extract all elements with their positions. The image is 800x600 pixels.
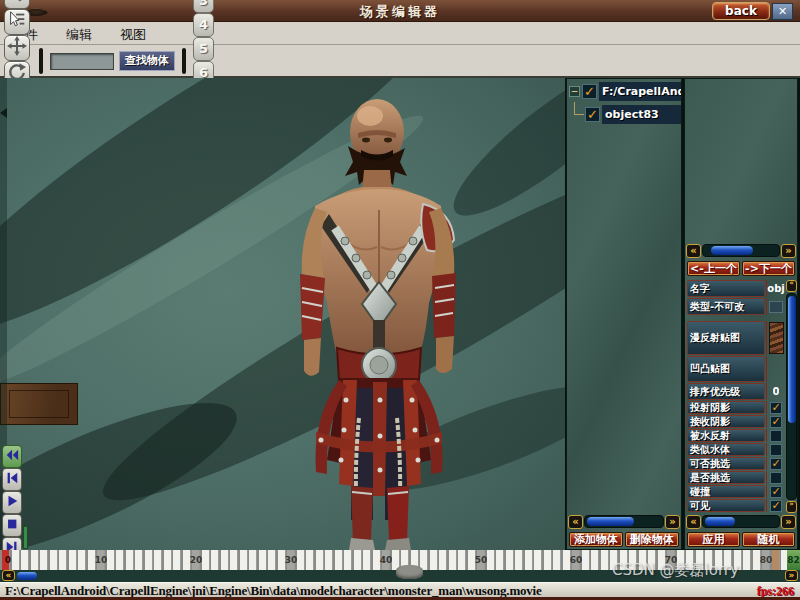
timeline-frame[interactable] (145, 550, 153, 570)
timeline-frame[interactable] (249, 550, 257, 570)
timeline-scroll-thumb[interactable] (17, 572, 37, 580)
scroll-left-icon[interactable]: « (686, 244, 701, 258)
timeline-frame[interactable] (572, 550, 580, 570)
timeline-frame[interactable] (21, 550, 29, 570)
timeline-frame[interactable] (316, 550, 324, 570)
timeline-frame[interactable] (534, 550, 542, 570)
layer-button-4[interactable]: 4 (193, 13, 214, 37)
timeline-frame[interactable] (40, 550, 48, 570)
timeline-frame[interactable] (487, 550, 495, 570)
property-text-value[interactable]: obj (767, 283, 784, 294)
property-value[interactable]: ✓ (766, 401, 785, 414)
property-value[interactable]: ✓ (766, 485, 785, 498)
timeline-frame[interactable] (677, 550, 685, 570)
scroll-right-icon[interactable]: » (781, 244, 796, 258)
timeline-frame[interactable] (610, 550, 618, 570)
timeline-frame[interactable] (325, 550, 333, 570)
timeline-frame[interactable] (582, 550, 590, 570)
timeline-frame[interactable] (335, 550, 343, 570)
inspector-vscroll-thumb[interactable] (788, 296, 796, 423)
timeline-frame[interactable] (525, 550, 533, 570)
layer-button-5[interactable]: 5 (193, 37, 214, 61)
timeline-frame[interactable] (2, 550, 10, 570)
property-value[interactable] (766, 429, 785, 442)
timeline-frame[interactable] (287, 550, 295, 570)
scroll-left-icon[interactable]: « (2, 570, 15, 581)
timeline-frame[interactable] (648, 550, 656, 570)
collapse-icon[interactable]: − (569, 86, 580, 97)
timeline-frame[interactable] (240, 550, 248, 570)
timeline-frame[interactable] (658, 550, 666, 570)
timeline-frame[interactable] (734, 550, 742, 570)
tree-item[interactable]: −✓F:/CrapellAndr (567, 81, 681, 102)
timeline-frame[interactable] (202, 550, 210, 570)
timeline-frame[interactable] (50, 550, 58, 570)
scroll-right-icon[interactable]: » (781, 515, 796, 529)
timeline-frame[interactable] (696, 550, 704, 570)
timeline-frame[interactable] (221, 550, 229, 570)
tool-cursor-lines[interactable] (4, 9, 30, 35)
scroll-left-icon[interactable]: « (686, 515, 701, 529)
timeline-frame[interactable] (373, 550, 381, 570)
inspector-hscroll-track[interactable] (702, 244, 780, 257)
timeline-frame[interactable] (164, 550, 172, 570)
timeline-frame[interactable] (439, 550, 447, 570)
property-text-value[interactable]: 0 (773, 386, 780, 397)
timeline-frame[interactable] (629, 550, 637, 570)
tool-move[interactable] (4, 35, 30, 61)
timeline-frame[interactable] (31, 550, 39, 570)
timeline-frame[interactable] (458, 550, 466, 570)
timeline-frame[interactable] (762, 550, 770, 570)
timeline-frame[interactable] (591, 550, 599, 570)
property-checkbox[interactable]: ✓ (770, 486, 782, 498)
timeline-frame[interactable] (107, 550, 115, 570)
property-checkbox[interactable] (770, 444, 782, 456)
timeline-frame[interactable] (69, 550, 77, 570)
prev-frame-button[interactable] (2, 468, 22, 491)
timeline-frame[interactable] (601, 550, 609, 570)
timeline-frame[interactable] (506, 550, 514, 570)
tree-checkbox[interactable]: ✓ (582, 84, 597, 99)
play-button[interactable] (2, 491, 22, 514)
timeline-frame[interactable] (753, 550, 761, 570)
property-checkbox[interactable]: ✓ (770, 402, 782, 414)
timeline-frame[interactable] (382, 550, 390, 570)
tree-hscroll-thumb[interactable] (587, 517, 634, 526)
timeline-frame[interactable] (743, 550, 751, 570)
menu-item-视图[interactable]: 视图 (108, 23, 162, 44)
random-button[interactable]: 随机 (742, 532, 795, 547)
timeline-frame[interactable] (154, 550, 162, 570)
tree-item[interactable]: ✓object83 (583, 104, 681, 125)
timeline-frame[interactable] (230, 550, 238, 570)
property-value[interactable]: ✓ (766, 457, 785, 470)
prev-object-button[interactable]: <-上一个 (687, 261, 740, 276)
timeline-frame[interactable] (639, 550, 647, 570)
timeline-frame[interactable] (12, 550, 20, 570)
timeline-frame[interactable] (772, 550, 780, 570)
timeline-frame[interactable] (183, 550, 191, 570)
property-checkbox[interactable]: ✓ (770, 458, 782, 470)
timeline-ruler[interactable]: 10203040506070800 (0, 550, 787, 570)
timeline-frame[interactable] (59, 550, 67, 570)
timeline-frame[interactable] (496, 550, 504, 570)
rewind-button[interactable] (2, 445, 22, 468)
timeline-frame[interactable] (477, 550, 485, 570)
timeline-frame[interactable] (173, 550, 181, 570)
timeline-frame[interactable] (268, 550, 276, 570)
tree-hscroll-track[interactable] (584, 515, 664, 528)
property-checkbox[interactable]: ✓ (770, 500, 782, 512)
menu-item-编辑[interactable]: 编辑 (54, 23, 108, 44)
property-empty-field[interactable] (769, 301, 783, 313)
search-input[interactable] (50, 53, 114, 70)
scroll-up-icon[interactable]: « (786, 280, 797, 292)
scroll-left-icon[interactable]: « (568, 515, 583, 529)
delete-object-button[interactable]: 删除物体 (625, 532, 679, 547)
find-object-button[interactable]: 查找物体 (119, 51, 175, 71)
timeline-frame[interactable] (724, 550, 732, 570)
stop-button[interactable] (2, 514, 22, 537)
timeline-frame[interactable] (97, 550, 105, 570)
back-button[interactable]: back (712, 2, 770, 20)
timeline-frame[interactable] (297, 550, 305, 570)
timeline-frame[interactable] (192, 550, 200, 570)
scroll-right-icon[interactable]: » (665, 515, 680, 529)
